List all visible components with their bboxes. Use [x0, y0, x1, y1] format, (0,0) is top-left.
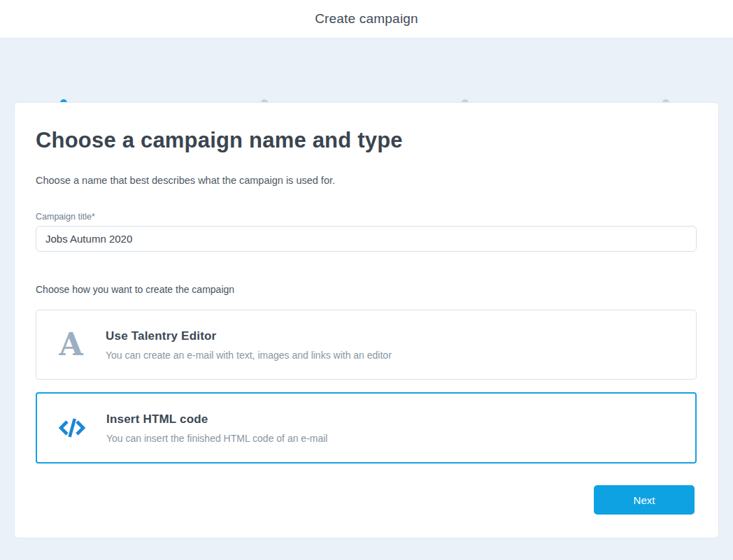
- option-title: Use Talentry Editor: [106, 329, 392, 343]
- option-text: Insert HTML code You can insert the fini…: [106, 412, 327, 444]
- option-description: You can create an e-mail with text, imag…: [106, 350, 392, 361]
- option-use-talentry-editor[interactable]: A Use Talentry Editor You can create an …: [36, 310, 697, 380]
- option-icon-box: A: [36, 329, 106, 360]
- option-text: Use Talentry Editor You can create an e-…: [106, 329, 392, 361]
- page-title: Create campaign: [315, 11, 418, 27]
- letter-a-icon: A: [59, 329, 83, 360]
- option-description: You can insert the finished HTML code of…: [106, 433, 327, 444]
- code-icon: [57, 414, 87, 442]
- next-button[interactable]: Next: [594, 485, 695, 515]
- campaign-type-card: Choose a campaign name and type Choose a…: [14, 102, 719, 538]
- option-icon-box: [37, 414, 106, 442]
- choose-method-label: Choose how you want to create the campai…: [36, 284, 697, 295]
- option-insert-html-code[interactable]: Insert HTML code You can insert the fini…: [36, 392, 697, 464]
- option-title: Insert HTML code: [106, 412, 327, 426]
- card-heading: Choose a campaign name and type: [36, 128, 697, 153]
- card-subheading: Choose a name that best describes what t…: [36, 175, 697, 186]
- campaign-title-input[interactable]: [36, 226, 697, 252]
- header: Create campaign: [0, 0, 733, 38]
- wizard-stepper: 1. Campaign type 2. Recipient 3. Create …: [0, 39, 733, 102]
- campaign-title-label: Campaign title*: [36, 212, 697, 222]
- create-campaign-page: Create campaign 1. Campaign type 2. Reci…: [0, 0, 733, 560]
